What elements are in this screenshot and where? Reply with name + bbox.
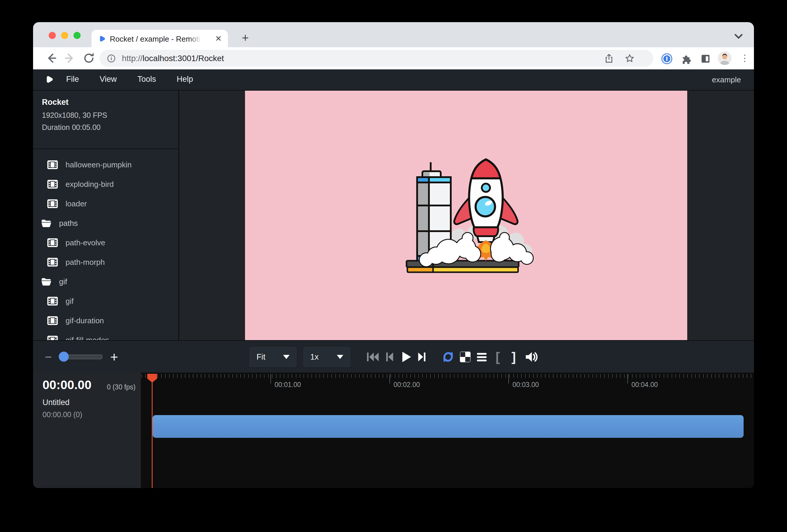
current-timecode: 00:00.00 [43,378,91,392]
back-button[interactable] [44,51,58,65]
next-frame-button[interactable] [414,349,430,365]
url-text[interactable]: http://localhost:3001/Rocket [122,54,224,63]
menu-view[interactable]: View [99,75,118,84]
playhead-line[interactable] [152,374,153,488]
rocket-illustration [398,148,534,283]
playback-rate-dropdown[interactable]: 1x [303,347,350,367]
site-info-icon[interactable] [107,54,116,63]
sidebar-extension-icon[interactable] [700,53,711,65]
composition-label: path-evolve [66,238,105,248]
composition-label: exploding-bird [66,180,114,189]
composition-title: Rocket [42,98,107,107]
folder-label: gif [59,277,67,286]
composition-item-gif[interactable]: gif [33,291,178,311]
composition-resolution: 1920x1080, 30 FPS [42,111,107,120]
traffic-close-button[interactable] [49,32,56,39]
composition-list: halloween-pumpkin exploding-bird loader … [33,155,178,350]
tab-search-chevron-icon[interactable] [732,30,745,43]
open-folder-icon [41,218,52,228]
timeline-rows-button[interactable] [474,349,489,365]
video-canvas[interactable] [245,91,687,340]
browser-window: Rocket / example - Remotion P ✕ + http: [33,22,754,488]
film-icon [47,257,59,267]
tab-close-icon[interactable]: ✕ [214,34,223,43]
folder-item-paths[interactable]: paths [33,213,178,233]
film-icon [47,238,59,248]
sequence-track-bar[interactable] [153,415,744,438]
compositions-sidebar: Rocket 1920x1080, 30 FPS Duration 00:05.… [33,91,179,340]
play-button[interactable] [398,349,413,365]
previous-frame-button[interactable] [382,349,397,365]
browser-toolbar: http://localhost:3001/Rocket [33,47,754,69]
folder-item-gif[interactable]: gif [33,272,178,291]
chevron-down-icon [337,355,343,359]
password-manager-extension-icon[interactable] [660,52,673,65]
composition-item-gif-duration[interactable]: gif-duration [33,311,178,331]
ruler-label: 00:01.00 [275,381,301,389]
menu-help[interactable]: Help [176,75,194,84]
transparency-checkerboard-button[interactable] [458,349,473,365]
second-tick [389,374,390,383]
menu-file[interactable]: File [65,75,80,84]
ruler-label: 00:03.00 [512,381,539,389]
preview-area [179,91,754,340]
composition-item-path-evolve[interactable]: path-evolve [33,233,178,252]
browser-tab[interactable]: Rocket / example - Remotion P ✕ [91,30,228,47]
menu-tools[interactable]: Tools [136,75,157,84]
bookmark-star-icon[interactable] [624,53,635,64]
ruler-label: 00:02.00 [394,381,420,389]
profile-avatar[interactable] [718,51,731,65]
jump-to-start-button[interactable] [365,349,381,365]
app-menu-bar: File View Tools Help example [33,69,754,91]
extensions-puzzle-icon[interactable] [680,52,693,65]
composition-item-loader[interactable]: loader [33,194,178,213]
second-tick [508,374,509,383]
zoom-out-button[interactable]: − [45,350,52,364]
browser-menu-dots-icon[interactable]: ⋮ [740,52,749,64]
composition-item-halloween-pumpkin[interactable]: halloween-pumpkin [33,155,178,174]
share-icon[interactable] [604,53,614,64]
composition-item-exploding-bird[interactable]: exploding-bird [33,174,178,194]
playhead-marker[interactable] [147,374,157,383]
url-scheme: http:// [122,54,143,63]
reload-button[interactable] [82,51,95,65]
chevron-down-icon [283,355,290,359]
open-folder-icon [41,277,52,287]
loop-toggle-button[interactable] [441,349,456,365]
zoom-slider[interactable] [59,355,102,359]
composition-label: halloween-pumpkin [66,160,132,169]
second-tick [270,374,271,383]
canvas-size-dropdown[interactable]: Fit [250,347,296,367]
out-point-button[interactable]: ] [506,349,521,365]
track-time: 00:00.00 (0) [43,410,82,419]
in-point-button[interactable]: [ [490,349,505,365]
film-icon [47,296,59,306]
composition-info: Rocket 1920x1080, 30 FPS Duration 00:05.… [42,98,107,135]
timeline-ruler[interactable] [142,374,754,378]
tab-title-fade [189,33,207,46]
composition-item-path-morph[interactable]: path-morph [33,252,178,272]
volume-button[interactable] [524,349,539,365]
timeline-tracks[interactable]: 00:01.00 00:02.00 00:03.00 00:04.00 [142,373,754,488]
zoom-in-button[interactable]: + [110,349,118,365]
remotion-logo-icon[interactable] [44,75,54,85]
main-content: Rocket 1920x1080, 30 FPS Duration 00:05.… [33,91,754,340]
track-name: Untitled [43,398,70,407]
new-tab-button[interactable]: + [237,30,253,46]
film-icon [47,160,59,170]
player-controls: − + Fit 1x [33,340,754,374]
remotion-favicon [98,35,106,43]
tab-strip: Rocket / example - Remotion P ✕ + [33,22,754,47]
address-bar[interactable]: http://localhost:3001/Rocket [100,50,653,67]
folder-label: paths [59,219,78,228]
traffic-zoom-button[interactable] [73,32,81,39]
timeline-header: 00:00.00 0 (30 fps) Untitled 00:00.00 (0… [33,373,141,488]
zoom-slider-knob[interactable] [59,352,69,362]
forward-button[interactable] [63,51,77,65]
composition-duration: Duration 00:05.00 [42,123,107,132]
traffic-minimize-button[interactable] [61,32,68,39]
composition-label: path-morph [66,258,105,267]
second-tick [627,374,628,383]
film-icon [47,199,59,209]
timeline-zoom-control: − + [45,341,118,373]
